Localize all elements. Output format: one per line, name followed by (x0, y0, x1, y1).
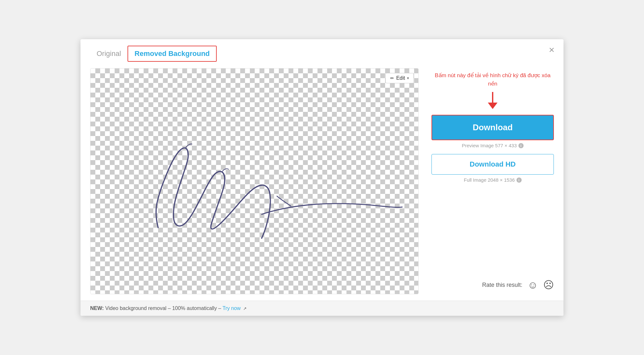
tab-removed-bg[interactable]: Removed Background (128, 46, 217, 62)
modal: Original Removed Background × (80, 39, 564, 316)
footer-description: Video background removal – 100% automati… (105, 305, 223, 311)
preview-info: Preview Image 577 × 433 i (431, 143, 554, 148)
chevron-down-icon: ▾ (407, 76, 409, 80)
try-now-link[interactable]: Try now (223, 305, 241, 311)
arrow-icon (485, 90, 501, 110)
thumbs-up-icon[interactable]: ☺ (527, 279, 538, 291)
image-panel: ✏ Edit ▾ (90, 68, 419, 294)
full-info: Full Image 2048 × 1536 i (431, 177, 554, 183)
svg-marker-1 (488, 103, 497, 109)
tooltip-text: Bấm nút này để tải về hình chữ ký đã đượ… (431, 71, 554, 88)
download-hd-button[interactable]: Download HD (431, 154, 554, 175)
rate-section: Rate this result: ☺ ☹ (431, 279, 554, 294)
preview-info-icon: i (518, 143, 524, 148)
right-panel: Bấm nút này để tải về hình chữ ký đã đượ… (431, 68, 554, 294)
download-button[interactable]: Download (431, 115, 554, 140)
thumbs-down-icon[interactable]: ☹ (543, 279, 554, 291)
pencil-icon: ✏ (390, 76, 394, 81)
signature-image (90, 68, 418, 294)
external-link-icon: ↗ (243, 306, 247, 311)
modal-body: ✏ Edit ▾ Bấm nút này để tải về hình chữ … (80, 62, 564, 301)
modal-footer: NEW: Video background removal – 100% aut… (80, 301, 564, 316)
close-button[interactable]: × (549, 45, 554, 55)
arrow-down (431, 90, 554, 111)
tab-bar: Original Removed Background × (80, 39, 564, 62)
full-info-icon: i (516, 178, 522, 183)
tab-original[interactable]: Original (90, 46, 128, 61)
edit-button[interactable]: ✏ Edit ▾ (385, 73, 414, 83)
new-label: NEW: (90, 305, 104, 311)
rate-label: Rate this result: (482, 282, 522, 288)
edit-label: Edit (396, 75, 405, 81)
